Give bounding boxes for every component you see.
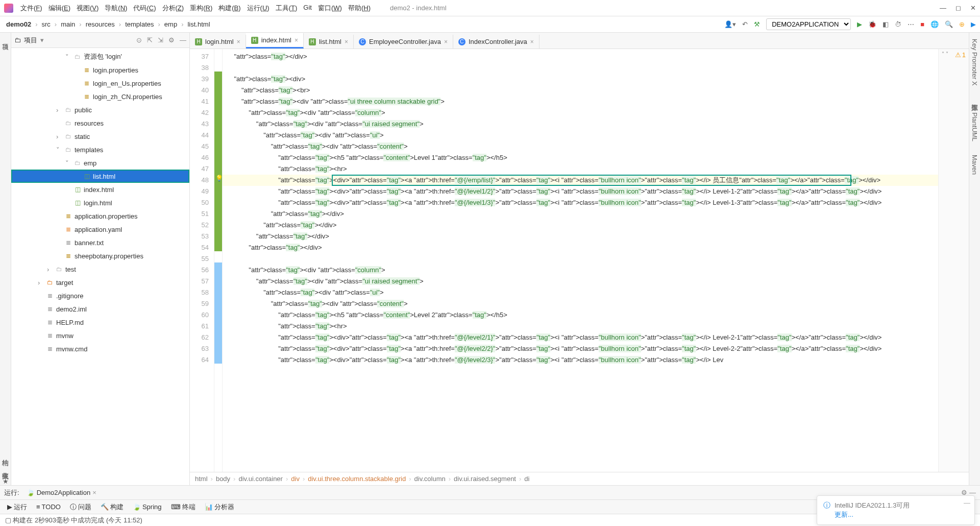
star-icon[interactable]: ★ — [3, 477, 9, 485]
close-icon[interactable]: × — [237, 38, 240, 45]
tree-node[interactable]: ◫index.html — [11, 183, 189, 196]
back-icon[interactable]: ↶ — [742, 20, 748, 28]
breadcrumb-item[interactable]: list.html — [185, 19, 212, 29]
hide-icon[interactable]: — — [180, 36, 186, 44]
more-run-icon[interactable]: ⋯ — [908, 20, 914, 28]
breadcrumb-item[interactable]: resources — [84, 19, 117, 29]
tree-node[interactable]: ›🗀public — [11, 103, 189, 116]
editor-tab[interactable]: CIndexController.java× — [453, 35, 540, 49]
tree-node[interactable]: ≣mvnw.cmd — [11, 342, 189, 355]
tree-node[interactable]: ◫list.html — [11, 170, 189, 183]
right-tab-maven[interactable]: Maven — [970, 152, 979, 178]
bottom-tool-tab[interactable]: ▶运行 — [4, 501, 30, 513]
expand-icon[interactable]: ⇱ — [147, 36, 153, 44]
gear-icon[interactable]: ⚙ — [168, 36, 175, 44]
close-button[interactable]: ✕ — [970, 4, 976, 12]
minimize-button[interactable]: — — [940, 4, 946, 12]
tree-node[interactable]: ≣mvnw — [11, 329, 189, 342]
menu-item[interactable]: 导航(N) — [102, 2, 130, 14]
run-config-select[interactable]: DEMO2APPLICATION — [766, 18, 851, 30]
editor-tab[interactable]: Hindex.html× — [246, 33, 304, 49]
left-tab-favorites[interactable]: 收藏夹 — [0, 464, 11, 470]
bottom-tool-tab[interactable]: 📊分析器 — [202, 501, 237, 513]
add-icon[interactable]: ⊕ — [959, 20, 965, 28]
tree-node[interactable]: ˅🗀templates — [11, 143, 189, 156]
play-all-icon[interactable]: ▶ — [971, 20, 976, 28]
maximize-button[interactable]: ◻ — [955, 4, 961, 12]
hammer-icon[interactable]: ⚒ — [754, 20, 760, 28]
bottom-tool-tab[interactable]: ≡TODO — [33, 502, 64, 512]
run-tab[interactable]: 🍃 Demo2Application × — [22, 488, 101, 497]
run-icon[interactable]: ▶ — [857, 20, 862, 28]
right-tab-keypromoter[interactable]: Key Promoter X — [970, 36, 979, 89]
tree-node[interactable]: ≣login_zh_CN.properties — [11, 90, 189, 103]
close-icon[interactable]: × — [444, 38, 448, 45]
close-icon[interactable]: × — [530, 38, 534, 45]
menu-item[interactable]: 帮助(H) — [345, 2, 374, 14]
editor-breadcrumb[interactable]: html›body›div.ui.container›div›div.ui.th… — [190, 472, 969, 485]
tree-node[interactable]: ›🗀static — [11, 130, 189, 143]
tree-node[interactable]: ›🗀target — [11, 276, 189, 289]
close-icon[interactable]: × — [92, 489, 96, 496]
code-editor[interactable]: 3738394041424344454647484950515253545556… — [190, 49, 969, 472]
editor-tab[interactable]: Hlogin.html× — [190, 35, 246, 49]
coverage-icon[interactable]: ◧ — [883, 20, 889, 28]
right-tab-plantuml[interactable]: PlantUML — [970, 109, 979, 145]
menu-item[interactable]: 工具(T) — [273, 2, 301, 14]
menu-item[interactable]: 窗口(W) — [315, 2, 345, 14]
crumb-item[interactable]: div.column — [414, 475, 446, 483]
breadcrumb-item[interactable]: demo02 — [4, 19, 33, 29]
notification-link[interactable]: 更新... — [835, 510, 910, 519]
notification-close-icon[interactable]: — — [964, 499, 970, 507]
crumb-item[interactable]: body — [216, 475, 230, 483]
tree-node[interactable]: 🗀resources — [11, 116, 189, 130]
bottom-tool-tab[interactable]: 🔨构建 — [97, 501, 127, 513]
tree-node[interactable]: ≣HELP.md — [11, 316, 189, 329]
translate-icon[interactable]: 🌐 — [930, 20, 939, 28]
menu-item[interactable]: 构建(B) — [215, 2, 243, 14]
crumb-item[interactable]: html — [195, 475, 208, 483]
tree-node[interactable]: ≣login.properties — [11, 63, 189, 77]
status-icon[interactable]: ▢ — [5, 516, 11, 524]
stop-icon[interactable]: ■ — [920, 20, 924, 28]
profile-icon[interactable]: ⏱ — [895, 20, 901, 28]
menu-item[interactable]: 编辑(E) — [45, 2, 74, 14]
close-icon[interactable]: × — [345, 38, 348, 45]
tree-node[interactable]: ˅🗀资源包 'login' — [11, 50, 189, 63]
crumb-item[interactable]: div — [291, 475, 300, 483]
bottom-tool-tab[interactable]: 🍃Spring — [130, 502, 165, 512]
crumb-item[interactable]: div.ui.container — [238, 475, 282, 483]
search-icon[interactable]: 🔍 — [945, 20, 953, 28]
left-tab-project[interactable]: 项目 — [0, 36, 11, 42]
menu-item[interactable]: Git — [300, 2, 315, 14]
tree-node[interactable]: ≣application.properties — [11, 209, 189, 223]
crumb-item[interactable]: di — [524, 475, 529, 483]
collapse-icon[interactable]: ⇲ — [158, 36, 163, 44]
menu-item[interactable]: 文件(F) — [17, 2, 45, 14]
left-tab-structure[interactable]: 结构 — [0, 451, 11, 457]
tree-node[interactable]: ≣demo2.iml — [11, 302, 189, 316]
menu-item[interactable]: 重构(R) — [187, 2, 215, 14]
tree-node[interactable]: ≣application.yaml — [11, 223, 189, 236]
debug-icon[interactable]: 🐞 — [868, 20, 876, 28]
user-icon[interactable]: 👤▾ — [724, 20, 736, 28]
locate-icon[interactable]: ⊙ — [136, 36, 142, 44]
breadcrumb-item[interactable]: emp — [162, 19, 179, 29]
tree-node[interactable]: ≣.gitignore — [11, 289, 189, 302]
breadcrumb-item[interactable]: src — [39, 19, 52, 29]
crumb-item[interactable]: div.ui.raised.segment — [454, 475, 516, 483]
bottom-tool-tab[interactable]: ⓘ问题 — [67, 501, 94, 513]
bulb-icon[interactable]: 💡 — [215, 175, 223, 182]
breadcrumb-item[interactable]: templates — [123, 19, 156, 29]
breadcrumb-item[interactable]: main — [59, 19, 77, 29]
editor-tab[interactable]: Hlist.html× — [304, 35, 354, 49]
menu-item[interactable]: 视图(V) — [74, 2, 102, 14]
code-content[interactable]: "attr">class="tag"></div> "attr">class="… — [223, 49, 938, 472]
crumb-item[interactable]: div.ui.three.column.stackable.grid — [308, 475, 406, 483]
breadcrumb[interactable]: demo02›src›main›resources›templates›emp›… — [4, 19, 212, 29]
tree-node[interactable]: ≣sheepbotany.properties — [11, 249, 189, 262]
tree-node[interactable]: ◫login.html — [11, 196, 189, 209]
menu-item[interactable]: 分析(Z) — [159, 2, 187, 14]
error-stripe[interactable]: ˄ ˅ ⚠1 — [938, 49, 969, 472]
editor-tab[interactable]: CEmployeeController.java× — [354, 35, 453, 49]
